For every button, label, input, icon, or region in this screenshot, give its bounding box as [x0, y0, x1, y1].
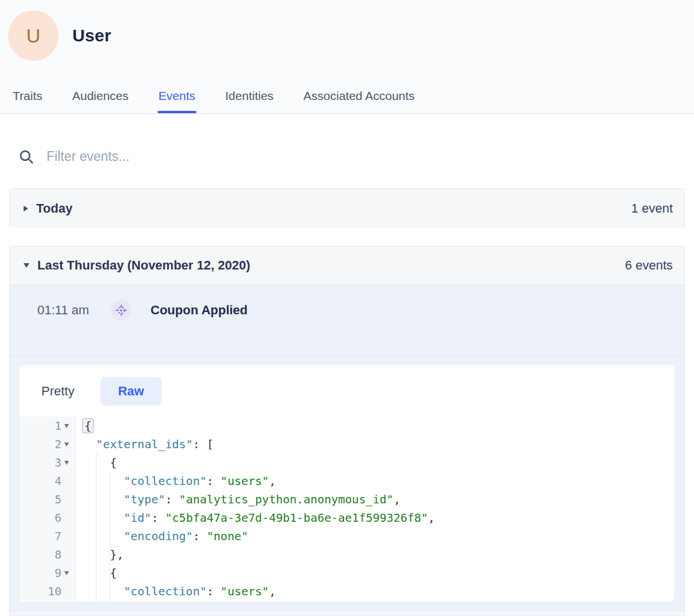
event-time: 01:11 am: [37, 300, 111, 318]
filter-events-input[interactable]: [47, 149, 506, 164]
code-line: "id": "c5bfa47a-3e7d-49b1-ba6e-ae1f59932…: [76, 509, 674, 527]
code-token: "c5bfa47a-3e7d-49b1-ba6e-ae1f599326f8": [165, 511, 429, 525]
event-group-title: Last Thursday (November 12, 2020): [37, 258, 250, 273]
code-token: [82, 511, 124, 525]
code-token: "type": [124, 492, 165, 506]
fold-slot: [61, 424, 72, 428]
line-number: 7: [55, 529, 61, 543]
code-token: "users": [221, 474, 269, 488]
tab-label: Associated Accounts: [303, 89, 415, 102]
gutter-line: 3: [20, 453, 75, 472]
code-line: {: [76, 417, 674, 435]
page-title: User: [72, 26, 111, 45]
event-group-title: Today: [36, 201, 72, 216]
event-name: Coupon Applied: [151, 300, 248, 318]
tab-identities[interactable]: Identities: [224, 81, 275, 113]
code-content: { "external_ids": [ { "collection": "use…: [76, 417, 674, 600]
code-token: [82, 529, 124, 543]
line-number-gutter: 12345678910: [20, 417, 76, 600]
event-group-count: 1 event: [631, 201, 673, 216]
viewer-tab-pretty[interactable]: Pretty: [41, 377, 74, 406]
tab-label: Identities: [225, 89, 273, 102]
gutter-line: 9: [20, 564, 75, 582]
code-line: "collection": "users",: [76, 582, 674, 600]
gutter-line: 10: [20, 582, 75, 600]
code-token: [82, 437, 96, 451]
avatar-initial: U: [26, 25, 41, 47]
payload-viewer-card: PrettyRaw 12345678910 { "external_ids": …: [19, 364, 675, 602]
line-number: 2: [55, 437, 61, 451]
gutter-line: 1: [20, 417, 75, 435]
payload-view-toggle: PrettyRaw: [20, 365, 674, 406]
viewer-tab-raw[interactable]: Raw: [101, 377, 161, 406]
profile-header: U User TraitsAudiencesEventsIdentitiesAs…: [0, 0, 694, 114]
next-event-row-partial: [10, 611, 684, 615]
code-token: :: [151, 511, 165, 525]
indent-guide: [110, 472, 110, 600]
code-line: "external_ids": [: [76, 435, 674, 453]
fold-slot: [61, 461, 72, 465]
gutter-line: 7: [20, 527, 75, 545]
line-number: 1: [55, 419, 61, 433]
track-target-icon: [115, 305, 127, 316]
code-token: "id": [124, 511, 151, 525]
line-number: 4: [55, 474, 61, 488]
code-line: "encoding": "none": [76, 527, 674, 545]
json-code-editor: 12345678910 { "external_ids": [ { "colle…: [20, 417, 674, 600]
tab-events[interactable]: Events: [157, 81, 196, 113]
code-token: :: [207, 584, 221, 598]
code-line: },: [76, 545, 674, 564]
line-number: 8: [55, 548, 61, 561]
tab-label: Audiences: [72, 89, 129, 102]
code-token: :: [165, 492, 179, 506]
search-icon: [18, 149, 34, 164]
event-row-coupon-applied[interactable]: 01:11 am Coupon Applied: [10, 285, 684, 357]
event-group-last-thursday-header[interactable]: Last Thursday (November 12, 2020) 6 even…: [10, 247, 684, 285]
tab-associated-accounts[interactable]: Associated Accounts: [302, 81, 416, 113]
code-token: },: [82, 548, 124, 561]
fold-slot: [61, 571, 72, 575]
tab-bar: TraitsAudiencesEventsIdentitiesAssociate…: [0, 81, 416, 113]
code-token: "encoding": [124, 529, 192, 543]
code-token: :: [193, 529, 207, 543]
code-token: :: [207, 474, 221, 488]
line-number: 10: [48, 584, 61, 598]
fold-toggle-icon[interactable]: [64, 461, 69, 465]
gutter-line: 6: [20, 509, 75, 527]
gutter-line: 2: [20, 435, 75, 453]
track-event-icon-badge: [111, 300, 132, 321]
gutter-line: 4: [20, 472, 75, 490]
tab-traits[interactable]: Traits: [11, 81, 44, 113]
fold-toggle-icon[interactable]: [64, 571, 69, 575]
event-group-count: 6 events: [625, 258, 673, 273]
user-row: U User: [0, 0, 694, 61]
code-token: ,: [269, 474, 276, 488]
fold-slot: [61, 442, 72, 446]
line-number: 6: [55, 511, 61, 525]
line-number: 3: [55, 456, 61, 469]
gutter-line: 5: [20, 490, 75, 509]
code-token: ,: [394, 492, 400, 506]
code-token: ,: [269, 584, 276, 598]
filter-row: [0, 145, 694, 168]
code-token: [82, 474, 124, 488]
code-token: "collection": [124, 584, 207, 598]
code-token: [82, 584, 124, 598]
tab-label: Events: [159, 89, 195, 102]
code-token: {: [82, 418, 94, 433]
event-group-today-header[interactable]: Today 1 event: [10, 189, 684, 228]
line-number: 9: [55, 566, 61, 580]
code-line: "collection": "users",: [76, 472, 674, 490]
fold-toggle-icon[interactable]: [64, 442, 69, 446]
code-token: "none": [207, 529, 248, 543]
code-token: {: [82, 566, 117, 580]
tab-audiences[interactable]: Audiences: [71, 81, 130, 113]
code-token: "collection": [124, 474, 207, 488]
fold-toggle-icon[interactable]: [64, 424, 69, 428]
avatar: U: [8, 10, 59, 61]
indent-guide: [96, 453, 97, 600]
gutter-line: 8: [20, 545, 75, 564]
tab-label: Traits: [13, 89, 43, 102]
code-token: "external_ids": [96, 437, 193, 451]
code-token: "analytics_python.anonymous_id": [179, 492, 394, 506]
